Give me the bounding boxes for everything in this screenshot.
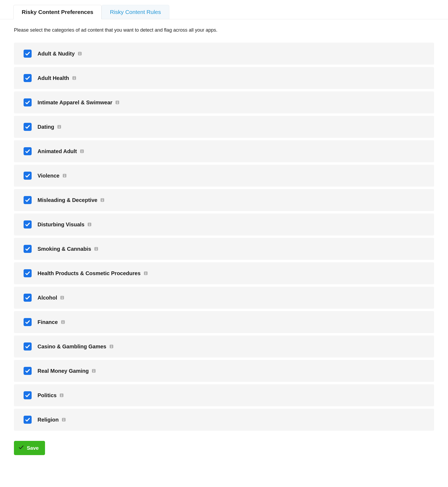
svg-point-1 xyxy=(80,52,80,53)
category-row: Real Money Gaming xyxy=(14,360,434,382)
category-checkbox[interactable] xyxy=(24,220,32,228)
svg-point-43 xyxy=(61,394,62,395)
category-checkbox[interactable] xyxy=(24,245,32,253)
category-row: Smoking & Cannabis xyxy=(14,238,434,260)
svg-point-19 xyxy=(102,199,103,200)
svg-rect-8 xyxy=(117,102,118,104)
category-label: Health Products & Cosmetic Procedures xyxy=(38,270,141,276)
svg-rect-26 xyxy=(96,249,97,250)
info-icon[interactable] xyxy=(59,393,64,398)
category-checkbox[interactable] xyxy=(24,196,32,204)
svg-rect-17 xyxy=(64,175,65,177)
category-label: Intimate Apparel & Swimwear xyxy=(38,99,112,106)
category-checkbox[interactable] xyxy=(24,74,32,82)
svg-point-37 xyxy=(111,345,112,346)
content-panel: Please select the categories of ad conte… xyxy=(0,19,448,471)
svg-rect-47 xyxy=(64,419,64,421)
category-label: Misleading & Deceptive xyxy=(38,197,97,203)
info-icon[interactable] xyxy=(94,246,99,251)
category-label: Adult Health xyxy=(38,75,69,81)
info-icon[interactable] xyxy=(100,198,105,202)
svg-rect-32 xyxy=(62,297,63,299)
svg-rect-5 xyxy=(74,78,74,79)
category-label: Religion xyxy=(38,417,59,423)
category-list: Adult & NudityAdult HealthIntimate Appar… xyxy=(14,43,434,431)
category-checkbox[interactable] xyxy=(24,147,32,155)
category-row: Adult Health xyxy=(14,67,434,89)
svg-point-46 xyxy=(64,418,64,419)
category-row: Casino & Gambling Games xyxy=(14,335,434,357)
svg-rect-14 xyxy=(82,151,83,153)
category-checkbox[interactable] xyxy=(24,342,32,351)
tab-risky-content-rules[interactable]: Risky Content Rules xyxy=(102,5,169,19)
info-icon[interactable] xyxy=(80,149,84,154)
info-icon[interactable] xyxy=(77,51,82,56)
category-checkbox[interactable] xyxy=(24,123,32,131)
category-checkbox[interactable] xyxy=(24,367,32,375)
svg-rect-38 xyxy=(111,346,112,348)
category-row: Intimate Apparel & Swimwear xyxy=(14,91,434,113)
category-label: Alcohol xyxy=(38,295,57,301)
info-icon[interactable] xyxy=(109,344,114,349)
category-checkbox[interactable] xyxy=(24,50,32,58)
svg-point-40 xyxy=(94,370,94,370)
category-row: Dating xyxy=(14,116,434,138)
tab-risky-content-preferences[interactable]: Risky Content Preferences xyxy=(13,5,102,19)
svg-point-31 xyxy=(62,296,63,297)
check-icon xyxy=(18,444,24,452)
category-checkbox[interactable] xyxy=(24,391,32,399)
category-label: Real Money Gaming xyxy=(38,368,89,374)
category-checkbox[interactable] xyxy=(24,172,32,180)
svg-point-7 xyxy=(117,101,118,102)
svg-point-25 xyxy=(96,248,97,248)
category-checkbox[interactable] xyxy=(24,269,32,277)
info-icon[interactable] xyxy=(61,417,66,422)
save-button[interactable]: Save xyxy=(14,441,45,455)
category-label: Smoking & Cannabis xyxy=(38,246,91,252)
category-label: Politics xyxy=(38,392,57,399)
svg-rect-41 xyxy=(94,371,94,372)
info-icon[interactable] xyxy=(62,173,67,178)
category-row: Religion xyxy=(14,409,434,431)
category-row: Animated Adult xyxy=(14,140,434,162)
instruction-text: Please select the categories of ad conte… xyxy=(14,27,434,33)
category-checkbox[interactable] xyxy=(24,318,32,326)
category-label: Casino & Gambling Games xyxy=(38,344,106,350)
svg-point-22 xyxy=(89,223,90,224)
svg-rect-2 xyxy=(80,53,80,55)
svg-rect-11 xyxy=(59,127,60,128)
category-row: Misleading & Deceptive xyxy=(14,189,434,211)
svg-point-13 xyxy=(82,150,83,151)
category-row: Disturbing Visuals xyxy=(14,213,434,235)
info-icon[interactable] xyxy=(91,368,96,373)
info-icon[interactable] xyxy=(115,100,120,105)
info-icon[interactable] xyxy=(72,76,77,80)
svg-rect-29 xyxy=(145,273,146,275)
category-checkbox[interactable] xyxy=(24,98,32,106)
info-icon[interactable] xyxy=(57,124,62,129)
tabs-bar: Risky Content Preferences Risky Content … xyxy=(0,0,448,19)
svg-point-28 xyxy=(145,272,146,273)
info-icon[interactable] xyxy=(61,320,65,324)
category-label: Finance xyxy=(38,319,58,325)
category-row: Health Products & Cosmetic Procedures xyxy=(14,262,434,284)
category-checkbox[interactable] xyxy=(24,294,32,302)
save-button-label: Save xyxy=(27,445,39,451)
info-icon[interactable] xyxy=(143,271,148,276)
svg-rect-20 xyxy=(102,200,103,201)
category-label: Disturbing Visuals xyxy=(38,222,84,228)
category-row: Adult & Nudity xyxy=(14,43,434,65)
svg-point-34 xyxy=(62,321,63,322)
svg-point-10 xyxy=(59,126,60,126)
svg-rect-23 xyxy=(89,224,90,226)
info-icon[interactable] xyxy=(60,295,65,300)
category-checkbox[interactable] xyxy=(24,416,32,424)
info-icon[interactable] xyxy=(87,222,92,227)
svg-rect-44 xyxy=(61,395,62,397)
category-row: Finance xyxy=(14,311,434,333)
category-label: Dating xyxy=(38,124,54,130)
svg-point-4 xyxy=(74,77,74,78)
category-row: Alcohol xyxy=(14,287,434,309)
category-label: Violence xyxy=(38,173,59,179)
category-label: Adult & Nudity xyxy=(38,51,75,57)
